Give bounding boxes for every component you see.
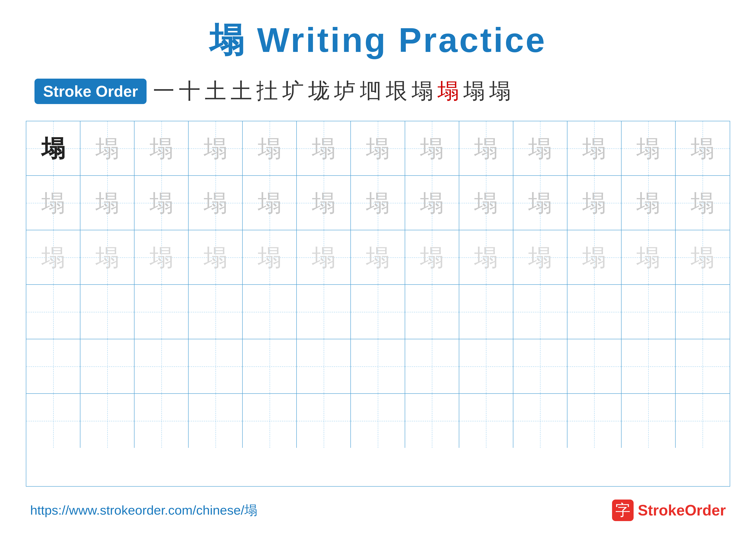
logo-text-accent: Order xyxy=(685,502,726,519)
grid-cell xyxy=(351,394,405,448)
grid-cell: 塌 xyxy=(134,121,189,175)
grid-cell: 塌 xyxy=(459,121,513,175)
stroke-12: 塌 xyxy=(438,77,459,106)
grid-cell: 塌 xyxy=(513,121,567,175)
grid-cell xyxy=(567,285,622,339)
grid-cell xyxy=(26,285,80,339)
grid-cell: 塌 xyxy=(243,176,297,230)
grid-cell: 塌 xyxy=(26,230,80,284)
grid-cell xyxy=(26,339,80,393)
grid-cell xyxy=(80,285,134,339)
grid-cell xyxy=(189,285,243,339)
grid-cell xyxy=(513,339,567,393)
grid-cell: 塌 xyxy=(243,121,297,175)
grid-cell xyxy=(405,285,459,339)
grid-cell xyxy=(26,394,80,448)
grid-row-2: 塌 塌 塌 塌 塌 塌 塌 塌 塌 塌 塌 塌 塌 xyxy=(26,176,730,230)
stroke-5: 扗 xyxy=(256,77,278,106)
grid-cell: 塌 xyxy=(567,121,622,175)
grid-cell xyxy=(459,339,513,393)
grid-cell xyxy=(405,339,459,393)
grid-cell xyxy=(243,394,297,448)
stroke-1: 一 xyxy=(153,77,175,106)
grid-cell xyxy=(297,285,351,339)
stroke-3: 土 xyxy=(205,77,226,106)
logo-icon: 字 xyxy=(612,499,634,521)
grid-cell: 塌 xyxy=(134,176,189,230)
writing-grid: 塌 塌 塌 塌 塌 塌 塌 塌 塌 塌 塌 塌 塌 塌 塌 塌 塌 塌 塌 塌 … xyxy=(26,121,730,487)
grid-cell: 塌 xyxy=(405,121,459,175)
grid-cell: 塌 xyxy=(622,230,676,284)
grid-cell xyxy=(459,394,513,448)
grid-cell: 塌 xyxy=(459,230,513,284)
grid-cell: 塌 xyxy=(676,230,730,284)
grid-cell xyxy=(134,285,189,339)
grid-cell xyxy=(80,339,134,393)
grid-cell xyxy=(243,285,297,339)
grid-cell: 塌 xyxy=(567,230,622,284)
grid-cell xyxy=(189,394,243,448)
grid-cell: 塌 xyxy=(459,176,513,230)
grid-row-1: 塌 塌 塌 塌 塌 塌 塌 塌 塌 塌 塌 塌 塌 xyxy=(26,121,730,176)
footer-logo: 字 StrokeOrder xyxy=(612,499,726,521)
grid-cell xyxy=(567,339,622,393)
grid-cell: 塌 xyxy=(243,230,297,284)
grid-cell xyxy=(189,339,243,393)
grid-row-4 xyxy=(26,285,730,339)
stroke-10: 垠 xyxy=(386,77,407,106)
grid-cell: 塌 xyxy=(513,230,567,284)
grid-cell xyxy=(80,394,134,448)
grid-cell: 塌 xyxy=(297,176,351,230)
grid-cell xyxy=(622,394,676,448)
logo-text-normal: Stroke xyxy=(638,502,685,519)
stroke-4: 土 xyxy=(230,77,252,106)
grid-cell xyxy=(676,394,730,448)
grid-row-5 xyxy=(26,339,730,394)
grid-cell: 塌 xyxy=(80,176,134,230)
grid-cell: 塌 xyxy=(351,176,405,230)
stroke-14: 塌 xyxy=(489,77,511,106)
grid-cell xyxy=(297,339,351,393)
grid-cell: 塌 xyxy=(351,121,405,175)
grid-cell: 塌 xyxy=(189,230,243,284)
grid-cell xyxy=(243,339,297,393)
stroke-chars: 一 十 土 土 扗 圹 垅 垆 垇 垠 塌 塌 塌 塌 xyxy=(153,77,511,106)
stroke-13: 塌 xyxy=(463,77,485,106)
grid-cell: 塌 xyxy=(351,230,405,284)
grid-cell: 塌 xyxy=(189,176,243,230)
stroke-6: 圹 xyxy=(282,77,304,106)
grid-cell xyxy=(676,285,730,339)
grid-cell xyxy=(134,339,189,393)
grid-cell xyxy=(622,339,676,393)
grid-cell: 塌 xyxy=(676,121,730,175)
grid-cell: 塌 xyxy=(622,176,676,230)
stroke-order-badge: Stroke Order xyxy=(35,79,147,104)
footer-url: https://www.strokeorder.com/chinese/塌 xyxy=(30,502,257,519)
grid-cell: 塌 xyxy=(134,230,189,284)
grid-cell: 塌 xyxy=(405,176,459,230)
grid-cell xyxy=(513,394,567,448)
stroke-2: 十 xyxy=(179,77,201,106)
footer: https://www.strokeorder.com/chinese/塌 字 … xyxy=(26,499,730,521)
grid-cell: 塌 xyxy=(297,230,351,284)
stroke-7: 垅 xyxy=(308,77,330,106)
grid-cell xyxy=(567,394,622,448)
stroke-order-row: Stroke Order 一 十 土 土 扗 圹 垅 垆 垇 垠 塌 塌 塌 塌 xyxy=(26,77,730,106)
grid-cell xyxy=(134,394,189,448)
grid-cell: 塌 xyxy=(567,176,622,230)
grid-cell: 塌 xyxy=(26,121,80,175)
grid-cell: 塌 xyxy=(297,121,351,175)
grid-cell xyxy=(351,285,405,339)
grid-cell: 塌 xyxy=(26,176,80,230)
stroke-11: 塌 xyxy=(412,77,433,106)
logo-text: StrokeOrder xyxy=(638,502,726,519)
grid-cell: 塌 xyxy=(189,121,243,175)
grid-cell: 塌 xyxy=(513,176,567,230)
page: 塌 Writing Practice Stroke Order 一 十 土 土 … xyxy=(0,0,756,534)
grid-cell xyxy=(297,394,351,448)
grid-row-6 xyxy=(26,394,730,448)
grid-cell: 塌 xyxy=(676,176,730,230)
grid-cell xyxy=(351,339,405,393)
page-title: 塌 Writing Practice xyxy=(209,17,547,64)
grid-cell: 塌 xyxy=(622,121,676,175)
